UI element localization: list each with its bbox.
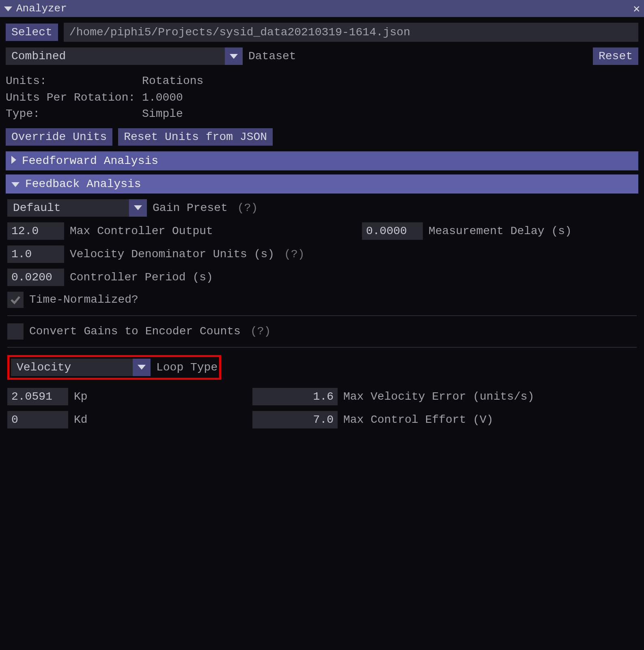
reset-button[interactable]: Reset [593,47,638,65]
gain-preset-combo[interactable]: Default [7,199,147,217]
dataset-combo[interactable]: Combined [6,47,243,65]
help-icon[interactable]: (?) [237,202,258,214]
file-path-input[interactable] [64,23,638,42]
feedback-section-content: Default Gain Preset (?) Max Controller O… [6,194,638,428]
units-label: Units: [6,75,47,87]
units-value: Rotations [142,75,203,87]
velocity-denominator-input[interactable] [7,245,64,263]
close-icon[interactable]: ✕ [633,2,640,15]
type-value: Simple [142,108,183,120]
help-icon[interactable]: (?) [250,325,271,338]
loop-type-combo[interactable]: Velocity [11,359,151,376]
type-label: Type: [6,108,40,120]
collapse-icon[interactable] [4,2,12,15]
max-control-effort-input[interactable] [252,411,338,428]
upr-value: 1.0000 [142,91,183,104]
loop-type-value: Velocity [11,359,133,376]
kp-label: Kp [74,390,88,403]
checkmark-icon [9,294,22,306]
gain-preset-value: Default [7,199,129,217]
time-normalized-label: Time-Normalized? [29,293,138,306]
dropdown-icon[interactable] [133,359,151,376]
window-title: Analyzer [16,2,67,15]
convert-gains-label: Convert Gains to Encoder Counts [29,325,241,338]
kd-input[interactable] [7,411,68,428]
override-units-button[interactable]: Override Units [6,128,112,146]
loop-type-label: Loop Type [156,361,218,374]
max-control-effort-label: Max Control Effort (V) [343,413,493,426]
controller-period-label: Controller Period (s) [70,271,213,284]
dropdown-icon[interactable] [129,199,147,217]
controller-period-input[interactable] [7,269,64,286]
divider [7,347,637,348]
caret-down-icon [11,178,19,190]
titlebar[interactable]: Analyzer ✕ [0,0,644,17]
analyzer-window: Analyzer ✕ Select Combined Dataset Reset… [0,0,644,650]
kd-label: Kd [74,413,88,426]
dataset-combo-value: Combined [6,47,225,65]
select-button[interactable]: Select [6,24,58,41]
max-velocity-error-input[interactable] [252,388,338,405]
time-normalized-checkbox[interactable] [7,292,24,308]
dataset-label: Dataset [248,50,296,62]
upr-label: Units Per Rotation: [6,91,135,104]
max-velocity-error-label: Max Velocity Error (units/s) [343,390,534,403]
feedback-title: Feedback Analysis [25,178,141,190]
convert-gains-checkbox[interactable] [7,323,24,340]
feedforward-title: Feedforward Analysis [22,155,158,167]
measurement-delay-label: Measurement Delay (s) [429,225,572,237]
dropdown-icon[interactable] [225,47,243,65]
info-block: Units: Rotations Units Per Rotation: 1.0… [6,73,638,123]
loop-type-highlight: Velocity Loop Type [7,355,221,380]
kp-input[interactable] [7,388,68,405]
max-controller-output-input[interactable] [7,222,64,240]
max-controller-output-label: Max Controller Output [70,225,213,237]
reset-units-json-button[interactable]: Reset Units from JSON [118,128,273,146]
gain-preset-label: Gain Preset [153,202,228,214]
caret-right-icon [11,155,16,167]
feedback-section-header[interactable]: Feedback Analysis [6,174,638,194]
measurement-delay-input[interactable] [362,222,423,240]
divider [7,315,637,316]
velocity-denominator-label: Velocity Denominator Units (s) [70,248,274,260]
help-icon[interactable]: (?) [284,248,304,260]
feedforward-section-header[interactable]: Feedforward Analysis [6,151,638,170]
